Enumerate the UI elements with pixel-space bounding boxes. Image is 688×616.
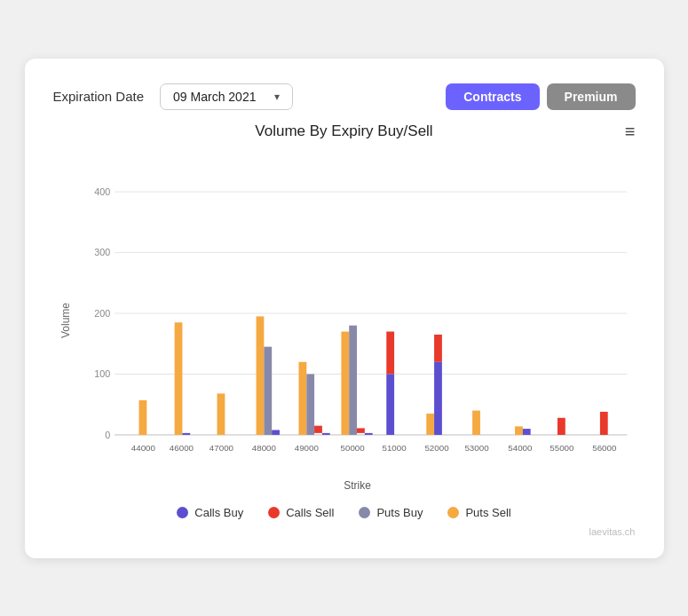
- svg-text:55000: 55000: [550, 442, 574, 452]
- menu-icon[interactable]: ≡: [625, 122, 636, 140]
- svg-text:49000: 49000: [294, 442, 319, 452]
- chart-svg: 400 300 200 100 0: [80, 149, 636, 478]
- bar-51000-calls-sell: [386, 331, 394, 374]
- watermark: laevitas.ch: [53, 526, 636, 537]
- puts-buy-dot: [359, 507, 370, 518]
- bar-51000-calls-buy: [386, 374, 394, 434]
- bar-54000-puts-sell: [515, 426, 523, 435]
- bar-46000-puts-sell: [174, 322, 182, 435]
- svg-text:50000: 50000: [340, 442, 365, 452]
- top-controls: Expiration Date 09 March 2021 ▾ Contract…: [53, 83, 636, 110]
- svg-text:53000: 53000: [464, 442, 489, 452]
- bar-44000-puts-sell: [138, 399, 146, 434]
- bar-52000-puts-sell: [426, 413, 434, 434]
- chart-title: Volume By Expiry Buy/Sell: [255, 122, 432, 140]
- bar-52000-calls-buy: [434, 361, 442, 434]
- chart-header: Volume By Expiry Buy/Sell ≡: [53, 122, 636, 140]
- calls-sell-dot: [268, 507, 280, 518]
- bar-49000-calls-sell: [314, 425, 322, 432]
- bar-55000-calls-sell: [557, 417, 565, 434]
- bar-48000-puts-sell: [256, 316, 264, 435]
- legend-puts-sell: Puts Sell: [447, 506, 510, 519]
- chart-area: Volume 400 300 200 100 0: [53, 149, 636, 492]
- bar-49000-puts-buy: [306, 374, 314, 434]
- svg-text:47000: 47000: [209, 442, 233, 452]
- date-value: 09 March 2021: [173, 90, 256, 104]
- calls-buy-dot: [177, 507, 188, 518]
- svg-text:400: 400: [94, 186, 110, 196]
- calls-buy-label: Calls Buy: [194, 506, 243, 519]
- bar-53000-puts-sell: [472, 410, 480, 434]
- bar-52000-calls-sell: [434, 334, 442, 361]
- bar-48000-calls-buy: [272, 430, 280, 434]
- bar-50000-puts-buy: [349, 325, 357, 434]
- y-axis-label-container: Volume: [53, 149, 80, 492]
- svg-text:52000: 52000: [424, 442, 449, 452]
- bar-46000-calls-buy: [182, 432, 190, 434]
- date-dropdown[interactable]: 09 March 2021 ▾: [160, 83, 293, 110]
- contracts-button[interactable]: Contracts: [446, 83, 539, 110]
- chart-legend: Calls Buy Calls Sell Puts Buy Puts Sell: [53, 506, 636, 519]
- bar-56000-calls-sell: [599, 411, 607, 434]
- premium-button[interactable]: Premium: [547, 83, 636, 110]
- svg-text:44000: 44000: [130, 442, 155, 452]
- svg-text:54000: 54000: [508, 442, 533, 452]
- svg-text:300: 300: [94, 247, 110, 257]
- svg-text:48000: 48000: [251, 442, 276, 452]
- puts-sell-label: Puts Sell: [465, 506, 510, 519]
- svg-text:56000: 56000: [592, 442, 617, 452]
- bar-54000-calls-buy: [522, 429, 530, 435]
- legend-puts-buy: Puts Buy: [359, 506, 423, 519]
- bar-50000-puts-sell: [341, 331, 349, 434]
- svg-text:51000: 51000: [382, 442, 407, 452]
- y-axis-label: Volume: [60, 302, 73, 337]
- chevron-down-icon: ▾: [274, 91, 280, 103]
- bar-50000-calls-sell: [357, 428, 365, 432]
- main-card: Expiration Date 09 March 2021 ▾ Contract…: [25, 59, 664, 558]
- legend-calls-buy: Calls Buy: [177, 506, 243, 519]
- bar-48000-puts-buy: [264, 346, 272, 434]
- chart-inner: 400 300 200 100 0: [80, 149, 636, 492]
- svg-text:0: 0: [105, 429, 110, 439]
- bar-49000-calls-buy: [321, 432, 329, 434]
- legend-calls-sell: Calls Sell: [268, 506, 334, 519]
- expiration-label: Expiration Date: [53, 89, 145, 104]
- puts-buy-label: Puts Buy: [376, 506, 423, 519]
- bar-49000-puts-sell: [298, 361, 306, 434]
- bar-50000-calls-buy: [364, 432, 372, 434]
- puts-sell-dot: [447, 507, 459, 518]
- svg-text:100: 100: [94, 368, 110, 379]
- svg-text:46000: 46000: [169, 442, 194, 452]
- svg-text:200: 200: [94, 307, 110, 318]
- calls-sell-label: Calls Sell: [286, 506, 334, 519]
- bar-47000-puts-sell: [217, 393, 225, 435]
- x-axis-label: Strike: [80, 479, 636, 492]
- view-toggle: Contracts Premium: [446, 83, 635, 110]
